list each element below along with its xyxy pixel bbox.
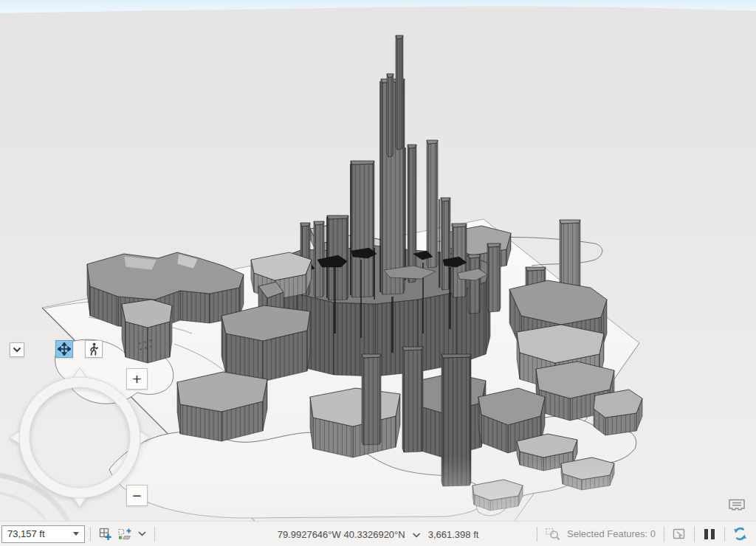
navigator-collapse-button[interactable] — [10, 342, 24, 357]
chevron-down-icon[interactable] — [413, 533, 421, 538]
status-bar: 73,157 ft 79.9927646°W 40.3326920°N 3,66… — [0, 521, 756, 546]
caret-down-icon — [73, 532, 79, 536]
toolbar-drag-handle[interactable] — [137, 339, 154, 353]
table-add-icon[interactable] — [99, 528, 112, 541]
separator — [694, 527, 695, 542]
refresh-icon[interactable] — [733, 527, 747, 541]
separator — [724, 527, 725, 542]
compass-navigator[interactable] — [8, 366, 151, 509]
walk-person-icon — [88, 342, 100, 356]
elevation-readout: 3,661.398 ft — [428, 529, 479, 540]
dockable-panel-icon[interactable] — [726, 496, 747, 514]
chevron-down-icon — [13, 347, 21, 353]
chevron-down-icon[interactable] — [138, 531, 146, 536]
walk-tool-button[interactable] — [85, 340, 103, 358]
edit-sketch-add-icon[interactable] — [118, 528, 132, 540]
separator — [90, 527, 91, 542]
scene-view[interactable]: + − — [0, 0, 756, 521]
pause-drawing-button[interactable] — [704, 529, 715, 539]
cursor-coordinates: 79.9927646°W 40.3326920°N — [278, 529, 405, 540]
scale-value: 73,157 ft — [2, 528, 73, 539]
selected-features-count: Selected Features: 0 — [567, 528, 656, 539]
coordinates-readout: 79.9927646°W 40.3326920°N 3,661.398 ft — [278, 522, 479, 546]
separator — [664, 527, 664, 542]
pan-arrows-icon — [58, 342, 71, 356]
select-tool-icon[interactable] — [673, 528, 686, 540]
scale-combobox[interactable]: 73,157 ft — [1, 525, 85, 543]
separator — [154, 527, 155, 542]
status-bar-right: Selected Features: 0 — [532, 527, 756, 542]
pan-tool-button[interactable] — [55, 340, 73, 358]
separator — [537, 527, 537, 542]
zoom-selection-icon[interactable] — [546, 528, 561, 541]
